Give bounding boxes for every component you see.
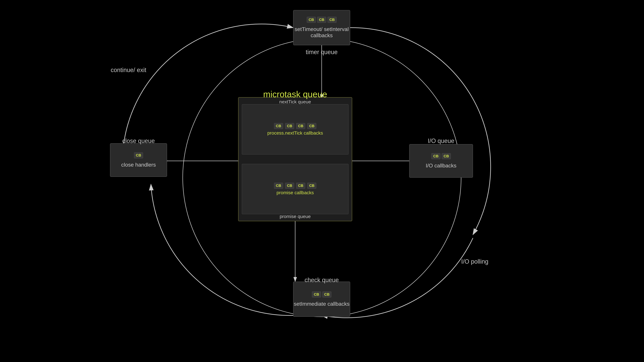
- microtask-outer-box: microtask queue nextTick queue CB CB CB …: [238, 97, 352, 221]
- timer-queue-box: CB CB CB setTimeout/ setInterval callbac…: [293, 10, 350, 45]
- cb-badge: CB: [134, 152, 143, 158]
- check-queue-title: check queue: [293, 277, 350, 284]
- microtask-queue-title: microtask queue: [238, 89, 352, 99]
- nexttick-queue-label: nextTick queue: [238, 99, 352, 105]
- timer-cb-row: CB CB CB: [306, 17, 337, 23]
- cb-badge: CB: [285, 183, 294, 189]
- nexttick-inner-label: process.nextTick callbacks: [267, 130, 323, 136]
- check-cb-row: CB CB: [311, 292, 332, 298]
- check-box-label: setImmediate callbacks: [294, 301, 350, 307]
- cb-badge: CB: [296, 123, 305, 129]
- cb-badge: CB: [431, 153, 440, 159]
- close-box-label: close handlers: [121, 162, 156, 168]
- promise-cb-row: CB CB CB CB: [273, 183, 317, 189]
- nexttick-inner-box: CB CB CB CB process.nextTick callbacks: [242, 104, 348, 155]
- cb-badge: CB: [307, 123, 316, 129]
- cb-badge: CB: [307, 183, 316, 189]
- cb-badge: CB: [328, 17, 336, 23]
- io-box-label: I/O callbacks: [426, 163, 456, 169]
- io-queue-title: I/O queue: [409, 137, 473, 144]
- cb-badge: CB: [296, 183, 305, 189]
- io-polling-label: I/O polling: [461, 258, 488, 265]
- cb-badge: CB: [317, 17, 326, 23]
- cb-badge: CB: [442, 153, 451, 159]
- close-queue-box: CB close handlers: [110, 143, 167, 177]
- io-cb-row: CB CB: [431, 153, 452, 159]
- timer-queue-title: timer queue: [293, 49, 350, 56]
- cb-badge: CB: [322, 292, 332, 298]
- promise-inner-label: promise callbacks: [276, 190, 314, 195]
- nexttick-cb-row: CB CB CB CB: [273, 123, 317, 129]
- cb-badge: CB: [285, 123, 294, 129]
- close-queue-title: close queue: [110, 137, 167, 144]
- close-cb-row: CB: [133, 152, 144, 158]
- promise-inner-box: CB CB CB CB promise callbacks: [242, 164, 348, 214]
- cb-badge: CB: [307, 17, 316, 23]
- cb-badge: CB: [274, 123, 283, 129]
- cb-badge: CB: [312, 292, 321, 298]
- promise-queue-label: promise queue: [238, 214, 352, 219]
- diagram-container: CB CB CB setTimeout/ setInterval callbac…: [0, 0, 644, 362]
- continue-exit-label: continue/ exit: [111, 66, 146, 74]
- timer-box-label: setTimeout/ setInterval callbacks: [294, 26, 350, 38]
- cb-badge: CB: [274, 183, 283, 189]
- check-queue-box: CB CB setImmediate callbacks: [293, 282, 350, 317]
- io-queue-box: CB CB I/O callbacks: [409, 144, 473, 178]
